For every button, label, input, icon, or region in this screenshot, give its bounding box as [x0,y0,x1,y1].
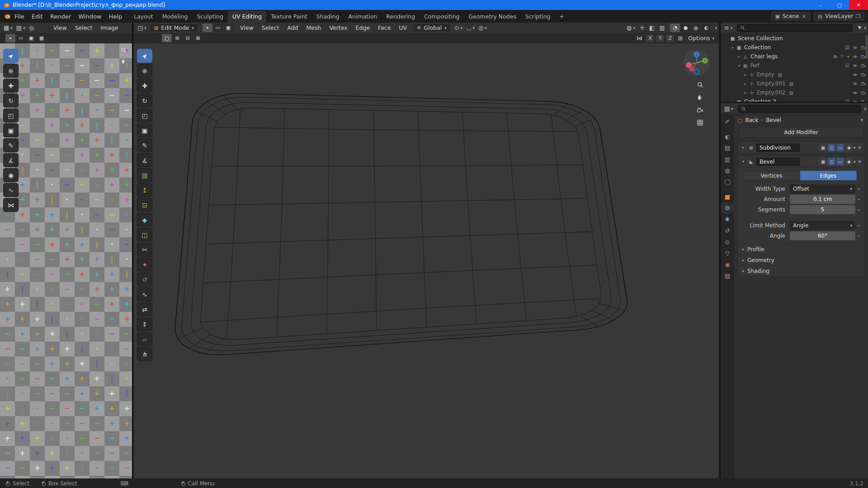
tool-knife[interactable]: ✂ [137,243,152,257]
tool-poly-build[interactable]: ✦ [137,258,152,272]
uv-menu-view[interactable]: View [49,24,71,31]
viewport-canvas-area[interactable]: ➤ ⊕ ✚ ↻ ◰ ▣ ✎ ∡ ▧ ↥ ⊡ ◆ ◫ ✂ ✦ ↺ ∿ ⇄ ↕ ▱ [134,43,719,479]
pin-icon[interactable] [859,118,864,123]
collection-checkbox[interactable]: ☑ [845,63,849,69]
tab-object-data[interactable]: ▽ [721,248,734,259]
editor-type-selector[interactable]: ▦▾ [4,24,13,31]
bevel-section-shading[interactable]: ▸ Shading [738,265,864,276]
vp-menu-select[interactable]: Select [258,24,283,31]
uv-edge-select-button[interactable]: ▭ [16,34,26,42]
tool-smooth[interactable]: ∿ [137,287,152,301]
keyframe-dot[interactable]: • [855,234,862,239]
hide-render-camera-icon[interactable] [861,63,866,68]
hide-render-camera-icon[interactable] [861,72,866,77]
hide-viewport-eye-icon[interactable] [853,81,858,86]
tab-modifiers[interactable]: ⚙ [721,202,734,214]
hide-render-camera-icon[interactable] [861,45,866,50]
properties-editor-type-selector[interactable]: ▤▾ [724,105,733,112]
uv-tool-rotate[interactable]: ↻ [3,94,19,108]
row-label[interactable]: Empty.002 [757,89,786,96]
viewport-editor-type-selector[interactable]: ◳▾ [137,24,146,31]
vp-menu-edge[interactable]: Edge [352,24,374,31]
uv-tool-transform[interactable]: ▣ [3,123,19,137]
uv-tool-cursor[interactable]: ⊕ [3,64,19,78]
tab-particles[interactable]: ✱ [721,214,734,225]
vertex-select-button[interactable]: ∙ [203,23,212,32]
navigation-gizmo[interactable]: Z Y [683,49,711,77]
tab-world[interactable]: ◯ [721,176,734,188]
angle-value-slider[interactable]: 60° [790,231,855,240]
viewport-camera-view-icon[interactable] [697,107,703,113]
uv-pan-hand-icon[interactable] [121,58,127,64]
affect-vertices-button[interactable]: Vertices [743,171,800,180]
menu-edit[interactable]: Edit [28,13,47,20]
outliner-row-chair-legs[interactable]: ▸ △ Chair legs ⚙ ▽ • [721,52,868,61]
tool-shear[interactable]: ▱ [137,332,152,346]
uv-face-select-button[interactable]: ▣ [26,34,36,42]
snap-grid-icon[interactable]: ⊞ [678,35,683,42]
tool-add-cube[interactable]: ▧ [137,168,152,182]
tool-move[interactable]: ✚ [137,79,152,93]
subdivision-panel-header[interactable]: ▸ ◍ Subdivision ▦ ◫ ▭ ◉ ▾ ✕ [738,142,864,153]
row-label[interactable]: Scene Collection [738,35,783,42]
tab-output[interactable]: ▤ [721,142,734,154]
select-subtract-button[interactable]: ⊟ [183,34,193,42]
viewport-zoom-icon[interactable] [697,81,703,88]
add-modifier-button[interactable]: Add Modifier [739,127,863,138]
vp-menu-view[interactable]: View [236,24,258,31]
tool-rip-region[interactable]: ⋔ [137,347,152,361]
hide-viewport-eye-icon[interactable] [853,63,858,68]
material-shading-button[interactable]: ◍ [691,23,701,32]
delete-modifier-icon[interactable]: ✕ [858,145,862,150]
uv-vertex-select-button[interactable]: ∙ [5,34,15,42]
vp-menu-add[interactable]: Add [283,24,302,31]
workspace-tab-geometry-nodes[interactable]: Geometry Nodes [464,11,521,23]
hide-render-camera-icon[interactable] [861,81,866,86]
keyframe-dot[interactable]: • [855,207,862,212]
show-gizmo-toggle[interactable]: ✛ [640,24,645,31]
menu-help[interactable]: Help [105,13,126,20]
select-intersect-button[interactable]: ⊠ [193,34,203,42]
menu-render[interactable]: Render [47,13,75,20]
width-type-dropdown[interactable]: Offset ▾ [790,184,855,193]
tool-scale[interactable]: ◰ [137,108,152,122]
window-titlebar[interactable]: Blender* [D:\0_BlenderProject\стул_фор_р… [0,0,868,10]
tab-physics[interactable]: ↺ [721,225,734,236]
tab-view-layer[interactable]: ▥ [721,154,734,165]
uv-tool-grab[interactable]: ◉ [3,168,19,182]
outliner-display-mode[interactable]: ≡▾ [724,24,732,31]
hide-viewport-eye-icon[interactable] [853,45,858,50]
row-label[interactable]: Chair legs [750,53,778,60]
outliner-row-collection-2[interactable]: ▸ ▦ Collection 2 ☑ [721,97,868,102]
select-extend-button[interactable]: ⊞ [172,34,182,42]
scene-selector[interactable]: ▣ Scene ✕ [771,12,810,21]
amount-value-slider[interactable]: 0.1 cm [790,195,855,204]
modifier-extras-chevron[interactable]: ▾ [854,160,856,164]
tool-edge-slide[interactable]: ⇄ [137,302,152,316]
outliner-row-empty-002[interactable]: ▸ ✛ Empty.002 ▨ [721,88,868,97]
shading-options-chevron[interactable]: ▾ [715,26,717,30]
bevel-section-profile[interactable]: ▸ Profile [738,244,864,254]
material-slot-icon[interactable]: • [847,54,849,59]
uv-zoom-icon[interactable] [121,47,127,53]
uv-tool-annotate[interactable]: ✎ [3,138,19,152]
hide-render-camera-icon[interactable] [861,99,866,102]
tab-render[interactable]: ◐ [721,131,734,142]
mirror-z-toggle[interactable]: Z [666,34,674,42]
uv-grid-canvas[interactable] [0,43,132,479]
visibility-dropdown[interactable]: ◍▾ [627,24,635,31]
options-dropdown[interactable]: Options▾ [688,35,714,42]
hide-viewport-eye-icon[interactable] [853,72,858,77]
outliner-row-ref[interactable]: ▾ ▦ Ref ☑ [721,61,868,70]
breadcrumb-modifier[interactable]: Bevel [766,117,781,123]
mesh-data-icon[interactable]: ▽ [840,54,844,59]
vp-menu-vertex[interactable]: Vertex [325,24,351,31]
collapse-icon[interactable]: ▾ [741,160,746,164]
edit-mode-display-toggle[interactable]: ▦ [819,158,827,165]
modifier-name-field[interactable]: Bevel [756,158,800,166]
expand-icon[interactable]: ▸ [741,145,746,150]
uv-tool-move[interactable]: ✚ [3,79,19,93]
tab-material[interactable]: ◉ [721,259,734,270]
uv-pin-icon[interactable]: ◎ [29,24,34,31]
workspace-tab-animation[interactable]: Animation [344,11,382,23]
